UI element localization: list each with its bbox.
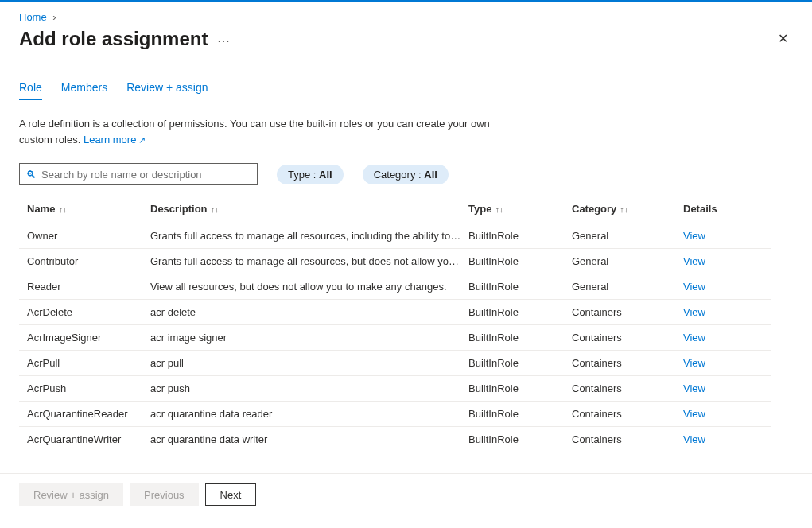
sort-icon: ↑↓ [620,204,628,214]
sort-icon: ↑↓ [495,204,503,214]
role-name: Reader [19,281,150,293]
role-details: View [683,332,763,344]
column-header-type[interactable]: Type↑↓ [468,203,572,215]
tab-description: A role definition is a collection of per… [19,116,512,147]
table-row[interactable]: ReaderView all resources, but does not a… [19,274,771,300]
role-name: AcrPull [19,357,150,369]
table-row[interactable]: AcrQuarantineReaderacr quarantine data r… [19,402,771,427]
search-input[interactable] [41,169,251,181]
role-description: View all resources, but does not allow y… [150,281,468,293]
role-type: BuiltInRole [468,357,572,369]
role-description: acr delete [150,306,468,318]
table-row[interactable]: AcrPushacr pushBuiltInRoleContainersView [19,376,771,402]
role-category: General [572,281,683,293]
role-description: acr quarantine data writer [150,433,468,445]
role-category: General [572,230,683,242]
role-type: BuiltInRole [468,230,572,242]
tab-members[interactable]: Members [61,76,107,100]
role-details: View [683,230,763,242]
role-details: View [683,408,763,420]
role-type: BuiltInRole [468,281,572,293]
role-details: View [683,433,763,445]
next-button[interactable]: Next [205,483,257,506]
column-header-description[interactable]: Description↑↓ [150,203,468,215]
more-actions-icon[interactable]: ⋯ [217,29,231,49]
column-header-category[interactable]: Category↑↓ [572,203,683,215]
wizard-tabs: Role Members Review + assign [19,76,793,100]
role-description: acr push [150,382,468,394]
table-row[interactable]: AcrQuarantineWriteracr quarantine data w… [19,427,771,452]
view-details-link[interactable]: View [683,433,705,445]
role-name: AcrDelete [19,306,150,318]
roles-table: Name↑↓ Description↑↓ Type↑↓ Category↑↓ D… [19,195,771,452]
role-type: BuiltInRole [468,408,572,420]
role-name: AcrQuarantineWriter [19,433,150,445]
view-details-link[interactable]: View [683,306,705,318]
view-details-link[interactable]: View [683,357,705,369]
role-description: acr quarantine data reader [150,408,468,420]
role-details: View [683,357,763,369]
table-row[interactable]: ContributorGrants full access to manage … [19,249,771,274]
role-description: Grants full access to manage all resourc… [150,255,468,267]
view-details-link[interactable]: View [683,408,705,420]
tab-review[interactable]: Review + assign [126,76,208,100]
table-header-row: Name↑↓ Description↑↓ Type↑↓ Category↑↓ D… [19,195,771,223]
view-details-link[interactable]: View [683,281,705,293]
breadcrumb: Home › [0,2,812,26]
review-assign-button: Review + assign [19,483,123,506]
role-category: Containers [572,433,683,445]
role-type: BuiltInRole [468,382,572,394]
close-icon[interactable]: ✕ [773,26,793,51]
view-details-link[interactable]: View [683,230,705,242]
page-title: Add role assignment [19,28,208,50]
role-description: Grants full access to manage all resourc… [150,230,468,242]
sort-icon: ↑↓ [211,204,220,214]
view-details-link[interactable]: View [683,382,705,394]
role-name: AcrQuarantineReader [19,408,150,420]
table-row[interactable]: AcrDeleteacr deleteBuiltInRoleContainers… [19,300,771,325]
role-description: acr pull [150,357,468,369]
filter-type-pill[interactable]: Type : All [277,165,344,184]
view-details-link[interactable]: View [683,332,705,344]
column-header-details: Details [683,203,763,215]
role-type: BuiltInRole [468,433,572,445]
chevron-right-icon: › [49,11,59,23]
role-name: Contributor [19,255,150,267]
previous-button: Previous [130,483,199,506]
table-row[interactable]: AcrPullacr pullBuiltInRoleContainersView [19,351,771,376]
role-category: Containers [572,408,683,420]
role-details: View [683,382,763,394]
role-category: General [572,255,683,267]
horizontal-scrollbar[interactable] [0,515,812,528]
role-name: Owner [19,230,150,242]
role-category: Containers [572,382,683,394]
role-category: Containers [572,306,683,318]
search-box[interactable]: 🔍︎ [19,163,258,185]
role-name: AcrImageSigner [19,332,150,344]
breadcrumb-home-link[interactable]: Home [19,11,47,23]
table-row[interactable]: AcrImageSigneracr image signerBuiltInRol… [19,325,771,351]
sort-icon: ↑↓ [58,204,67,214]
role-category: Containers [572,332,683,344]
role-category: Containers [572,357,683,369]
role-type: BuiltInRole [468,306,572,318]
table-row[interactable]: OwnerGrants full access to manage all re… [19,223,771,249]
role-type: BuiltInRole [468,332,572,344]
column-header-name[interactable]: Name↑↓ [19,203,150,215]
role-details: View [683,306,763,318]
filter-category-pill[interactable]: Category : All [363,165,449,184]
view-details-link[interactable]: View [683,255,705,267]
role-details: View [683,281,763,293]
role-description: acr image signer [150,332,468,344]
role-type: BuiltInRole [468,255,572,267]
role-details: View [683,255,763,267]
external-link-icon: ↗ [136,135,146,145]
role-name: AcrPush [19,382,150,394]
tab-role[interactable]: Role [19,76,42,100]
search-icon: 🔍︎ [26,169,37,181]
learn-more-link[interactable]: Learn more ↗ [84,134,146,146]
wizard-footer: Review + assign Previous Next [0,473,812,515]
